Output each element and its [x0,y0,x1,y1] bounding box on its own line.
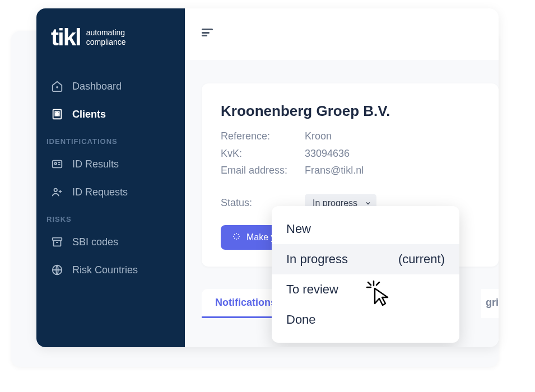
brand-logo: tikl automating compliance [36,24,185,68]
client-name: Kroonenberg Groep B.V. [221,102,480,120]
svg-point-0 [57,87,58,88]
sidebar-item-label: Clients [72,109,106,120]
sparkle-icon [232,232,241,243]
field-label: KvK: [221,145,305,162]
sidebar-item-risk-countries[interactable]: Risk Countries [36,256,185,284]
menu-toggle-icon[interactable] [202,29,213,36]
sidebar-item-label: Dashboard [72,81,122,92]
tab-partial[interactable]: gri [481,289,499,318]
brand-mark: tikl [51,24,81,51]
status-option-done[interactable]: Done [272,305,459,335]
id-card-icon [51,158,63,170]
svg-rect-6 [53,161,62,168]
sidebar-item-sbi-codes[interactable]: SBI codes [36,228,185,256]
current-marker: (current) [398,252,445,267]
sidebar-item-label: Risk Countries [72,264,138,276]
field-label: Email address: [221,162,305,179]
svg-rect-2 [55,111,57,113]
option-label: In progress [286,252,348,267]
sidebar-item-label: ID Requests [72,186,128,198]
option-label: Done [286,312,316,327]
field-value: Frans@tikl.nl [305,162,364,179]
status-option-in-progress[interactable]: In progress (current) [272,244,459,274]
svg-rect-5 [58,114,59,116]
svg-point-7 [54,162,57,165]
status-option-new[interactable]: New [272,214,459,244]
sidebar-item-dashboard[interactable]: Dashboard [36,72,185,100]
svg-point-8 [54,189,58,192]
nav-primary: Dashboard Clients [36,68,185,128]
status-dropdown: New In progress (current) To review Done [272,206,459,343]
globe-icon [51,264,63,276]
user-plus-icon [51,186,63,198]
tab-label: Notifications [215,297,276,308]
field-value: Kroon [305,128,332,145]
client-field-reference: Reference: Kroon [221,128,480,145]
sidebar-item-id-requests[interactable]: ID Requests [36,178,185,206]
sidebar-item-clients[interactable]: Clients [36,100,185,128]
archive-icon [51,236,63,248]
nav-heading-risks: RISKS [36,206,185,228]
field-value: 33094636 [305,145,350,162]
svg-rect-9 [53,238,62,241]
client-field-email: Email address: Frans@tikl.nl [221,162,480,179]
option-label: To review [286,282,338,297]
svg-rect-4 [55,114,57,116]
tab-label: gri [486,297,499,308]
building-icon [51,108,63,120]
status-option-to-review[interactable]: To review [272,274,459,305]
app-window: tikl automating compliance Dashboard Cli… [36,8,499,347]
home-icon [51,80,63,92]
sidebar-item-id-results[interactable]: ID Results [36,150,185,178]
svg-rect-3 [58,111,59,113]
field-label: Reference: [221,128,305,145]
topbar [185,8,499,60]
brand-tagline: automating compliance [86,28,126,47]
option-label: New [286,222,311,236]
sidebar-item-label: ID Results [72,158,119,170]
sidebar: tikl automating compliance Dashboard Cli… [36,8,185,347]
client-field-kvk: KvK: 33094636 [221,145,480,162]
sidebar-item-label: SBI codes [72,236,118,248]
nav-heading-identifications: IDENTIFICATIONS [36,128,185,150]
main-content: Kroonenberg Groep B.V. Reference: Kroon … [185,8,499,347]
